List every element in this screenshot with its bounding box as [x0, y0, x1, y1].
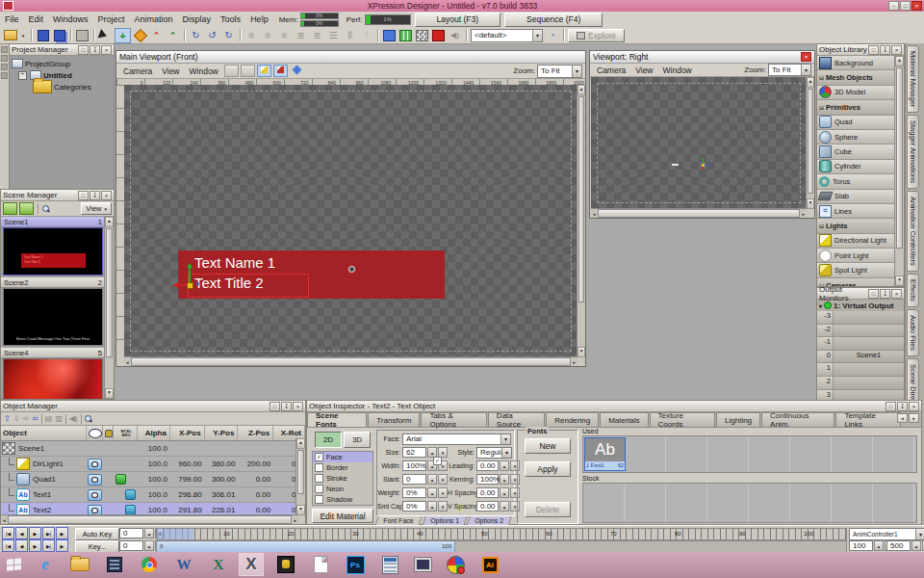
timeline-value2-spinner[interactable]: 500: [886, 540, 924, 551]
font-tile[interactable]: Ab 1 Font162: [584, 437, 626, 471]
scale-tool-icon[interactable]: ⌃: [149, 29, 164, 42]
menu-file[interactable]: File: [0, 14, 24, 24]
menu-animation[interactable]: Animation: [130, 14, 178, 24]
transport-button[interactable]: ▶: [56, 539, 68, 552]
save-all-icon[interactable]: [52, 29, 66, 42]
font-layer-row[interactable]: Neon: [313, 484, 372, 494]
viewport-menu-view[interactable]: View: [158, 66, 183, 76]
scene-thumbnail[interactable]: News Crawl Message One Two Three Four: [3, 288, 103, 346]
apply-font-button[interactable]: Apply: [525, 461, 571, 477]
checkbox-icon[interactable]: [315, 495, 323, 504]
inspector-tab[interactable]: Materials: [600, 412, 648, 427]
close-viewport-icon[interactable]: [801, 52, 811, 62]
timeline-range-thumb[interactable]: 0100: [157, 541, 455, 552]
visibility-toggle[interactable]: [87, 459, 103, 470]
flag-cell[interactable]: [114, 489, 138, 500]
database-app-icon[interactable]: [273, 553, 298, 576]
move-down-icon[interactable]: ⇩: [13, 414, 20, 423]
anim-controller-select[interactable]: AnimController1: [849, 528, 924, 540]
layout-button[interactable]: Layout (F3): [415, 13, 500, 27]
word-icon[interactable]: W: [171, 553, 196, 576]
scene-list-scrollbar[interactable]: ▲▼: [104, 217, 114, 399]
align-left-icon[interactable]: ≡: [244, 29, 259, 42]
object-library-scrollbar[interactable]: ▲▼: [894, 56, 904, 286]
visibility-toggle[interactable]: [87, 489, 103, 501]
excel-icon[interactable]: X: [206, 553, 231, 576]
illustrator-icon[interactable]: Ai: [477, 553, 502, 576]
object-row[interactable]: Scene1 100.0: [1, 441, 305, 457]
align-center-icon[interactable]: ≡: [261, 29, 275, 42]
close-panel-icon[interactable]: [101, 45, 112, 55]
color-app-icon[interactable]: [443, 553, 468, 576]
transport-button[interactable]: ◀: [15, 527, 28, 539]
inspector-tab[interactable]: Data Source: [488, 412, 545, 427]
grid-icon[interactable]: [398, 29, 413, 42]
inspector-tab[interactable]: Continuous Anim.: [761, 412, 834, 427]
object-row[interactable]: Ab Text2 100.0 291.80 226.01 0.00 0.0: [1, 503, 305, 514]
menu-project[interactable]: Project: [93, 14, 130, 24]
profile-settings-icon[interactable]: ◔: [545, 29, 559, 42]
viewport-hscrollbar[interactable]: ◂▸: [124, 356, 578, 366]
object-library-item[interactable]: 3D Model: [817, 86, 895, 100]
float-icon[interactable]: [886, 402, 896, 411]
hspacing-spinner[interactable]: 0.00: [476, 487, 520, 498]
object-library-item[interactable]: Spot Light: [817, 263, 895, 277]
open-project-icon[interactable]: [3, 29, 17, 42]
pin-icon[interactable]: [897, 402, 908, 411]
default-profile-select[interactable]: <default>: [471, 29, 543, 42]
calculator-icon[interactable]: [377, 553, 402, 576]
kerning-spinner[interactable]: 100%: [476, 474, 520, 485]
right-viewport-canvas[interactable]: [591, 77, 807, 209]
mode-3d-button[interactable]: 3D: [344, 432, 371, 448]
scene-item[interactable]: Scene11 Text Name 1Text Title 2: [1, 217, 105, 276]
view-button[interactable]: View: [81, 202, 112, 215]
move-tool-icon[interactable]: +: [115, 28, 131, 43]
object-row[interactable]: Quad1 100.0 799.00 300.00 0.00 0.0: [1, 472, 305, 487]
visibility-toggle[interactable]: [87, 474, 103, 486]
object-library-item[interactable]: Torus: [817, 174, 895, 189]
viewport-menu-window[interactable]: Window: [186, 66, 222, 76]
timeline-ruler[interactable]: 0102030405060708090100: [156, 528, 847, 540]
auto-key-button[interactable]: Auto Key: [75, 528, 119, 540]
float-icon[interactable]: [868, 289, 879, 299]
minimize-button[interactable]: –: [888, 1, 899, 11]
new-font-button[interactable]: New: [525, 438, 571, 454]
side-tab[interactable]: Stagger Animations: [907, 115, 919, 189]
object-library-item[interactable]: Point Light: [817, 249, 895, 263]
justify-icon[interactable]: ≣: [294, 29, 308, 42]
system-monitor-icon[interactable]: [410, 553, 435, 576]
checkbox-icon[interactable]: [315, 485, 323, 493]
menu-display[interactable]: Display: [178, 14, 217, 24]
transform-icon[interactable]: ↻: [189, 29, 203, 42]
collapse-tree-icon[interactable]: ▥: [55, 414, 63, 423]
viewport-menu-view[interactable]: View: [631, 66, 656, 75]
tree-node-untitled[interactable]: −Untitled: [10, 69, 114, 81]
object-library-item[interactable]: Background: [817, 56, 895, 70]
close-button[interactable]: [911, 1, 922, 11]
font-layer-row[interactable]: Border: [313, 462, 372, 473]
smallcaps-spinner[interactable]: 0%: [402, 501, 448, 512]
redo-icon[interactable]: ↻: [221, 29, 236, 42]
xpression-taskbar-icon[interactable]: X: [239, 553, 264, 576]
close-panel-icon[interactable]: [293, 402, 303, 411]
leading-spinner[interactable]: 0.00: [476, 460, 520, 471]
viewport-vscrollbar[interactable]: ▲▼: [806, 77, 814, 209]
font-layer-row[interactable]: Shadow: [313, 494, 372, 505]
transport-button[interactable]: ▶: [56, 527, 68, 539]
side-tab[interactable]: Material Manager: [907, 45, 919, 113]
wireframe-toggle-icon[interactable]: [257, 65, 271, 77]
viewport-menu-window[interactable]: Window: [659, 66, 696, 75]
object-library-item[interactable]: Mesh Objects: [817, 70, 895, 85]
tab-scroll-left-icon[interactable]: ◂: [897, 413, 908, 423]
object-manager-hscrollbar[interactable]: ◂▸: [1, 514, 298, 524]
rotate-tool-icon[interactable]: [133, 29, 147, 42]
tv-safe-icon[interactable]: [224, 65, 239, 77]
spacing-icon[interactable]: ⫴: [343, 29, 357, 42]
axis-tool-icon[interactable]: ⌃: [166, 29, 180, 42]
flag-cell[interactable]: [114, 505, 138, 514]
file-explorer-icon[interactable]: [67, 553, 92, 576]
scene-item[interactable]: Scene45: [1, 348, 105, 399]
font-layer-row[interactable]: Face: [313, 452, 372, 462]
object-library-item[interactable]: Lights: [817, 219, 895, 233]
pin-icon[interactable]: [90, 191, 100, 200]
